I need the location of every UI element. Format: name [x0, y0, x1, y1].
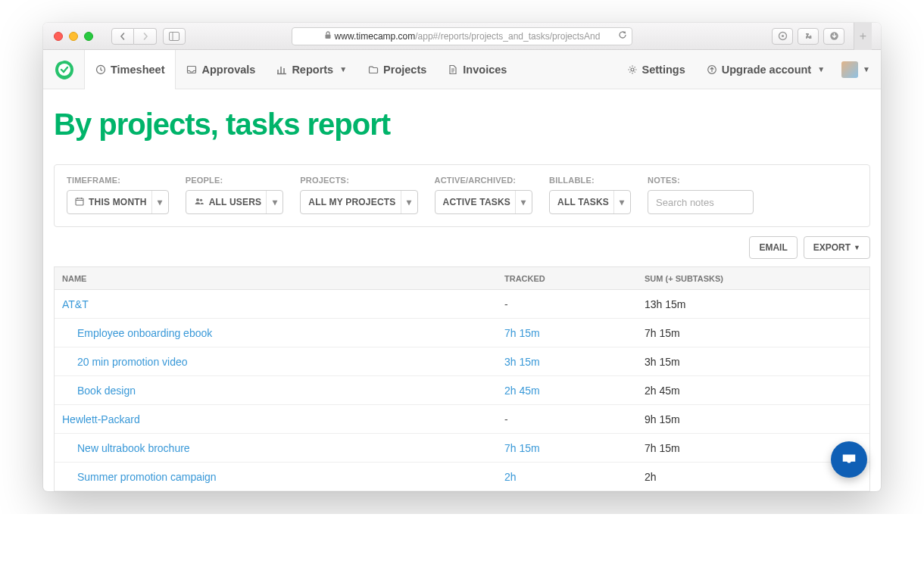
filter-billable: BILLABLE: ALL TASKS ▾ [549, 176, 631, 214]
reload-icon[interactable] [618, 30, 627, 42]
filter-projects-label: PROJECTS: [300, 176, 417, 185]
row-name[interactable]: 20 min promotion video [55, 356, 504, 368]
row-tracked: - [504, 298, 645, 310]
table-row: AT&T-13h 15m [55, 290, 869, 319]
maximize-window-button[interactable] [84, 32, 93, 41]
filter-active-label: ACTIVE/ARCHIVED: [435, 176, 533, 185]
filter-billable-button[interactable]: ALL TASKS ▾ [549, 190, 631, 214]
app-navbar: Timesheet Approvals Reports ▼ Projects I… [43, 50, 881, 89]
row-sum: 7h 15m [645, 327, 869, 339]
filter-projects-value: ALL MY PROJECTS [308, 197, 395, 207]
intercom-button[interactable] [831, 441, 867, 478]
filter-people-label: PEOPLE: [186, 176, 284, 185]
user-avatar[interactable] [841, 61, 858, 78]
row-tracked[interactable]: 7h 15m [504, 442, 645, 454]
filter-bar: TIMEFRAME: THIS MONTH ▾ PEOPLE: ALL USER… [54, 164, 870, 227]
row-name[interactable]: Employee onboarding ebook [55, 327, 504, 339]
nav-invoices-label: Invoices [463, 64, 507, 76]
new-tab-button[interactable]: + [854, 23, 872, 50]
browser-chrome: www.timecamp.com /app#/reports/projects_… [43, 23, 881, 50]
bar-chart-icon [276, 64, 287, 75]
col-header-sum[interactable]: SUM (+ SUBTASKS) [645, 274, 869, 283]
caret-down-icon: ▼ [863, 65, 870, 73]
table-row: New ultrabook brochure7h 15m7h 15m [55, 434, 869, 463]
puzzle-icon[interactable] [798, 28, 819, 45]
caret-down-icon: ▾ [151, 191, 168, 213]
table-body: AT&T-13h 15mEmployee onboarding ebook7h … [55, 290, 869, 491]
nav-timesheet-label: Timesheet [111, 64, 164, 76]
nav-projects[interactable]: Projects [357, 50, 437, 89]
email-button-label: EMAIL [759, 242, 787, 253]
nav-buttons [111, 28, 157, 45]
table-row: Book design2h 45m2h 45m [55, 376, 869, 405]
svg-rect-10 [76, 198, 83, 205]
row-name[interactable]: New ultrabook brochure [55, 442, 504, 454]
filter-active-button[interactable]: ACTIVE TASKS ▾ [435, 190, 533, 214]
lock-icon [324, 31, 332, 42]
gear-icon [627, 64, 638, 75]
users-icon [194, 197, 204, 208]
caret-down-icon: ▼ [339, 65, 347, 73]
url-bar[interactable]: www.timecamp.com /app#/reports/projects_… [292, 27, 632, 45]
row-name[interactable]: Hewlett-Packard [55, 413, 504, 425]
row-sum: 3h 15m [645, 356, 869, 368]
adblock-icon[interactable] [772, 28, 793, 45]
nav-approvals-label: Approvals [201, 64, 255, 76]
filter-billable-value: ALL TASKS [557, 197, 609, 207]
export-button[interactable]: EXPORT ▼ [804, 236, 870, 259]
caret-down-icon: ▾ [266, 191, 283, 213]
upgrade-icon [707, 64, 717, 75]
col-header-tracked[interactable]: TRACKED [504, 274, 645, 283]
inbox-icon [186, 64, 197, 75]
forward-button[interactable] [134, 28, 157, 45]
minimize-window-button[interactable] [69, 32, 78, 41]
nav-upgrade[interactable]: Upgrade account ▼ [696, 50, 835, 89]
row-sum: 13h 15m [645, 298, 869, 310]
clock-icon [95, 64, 106, 75]
filter-projects-button[interactable]: ALL MY PROJECTS ▾ [300, 190, 417, 214]
nav-settings-label: Settings [642, 64, 685, 76]
svg-point-4 [781, 35, 783, 37]
nav-reports[interactable]: Reports ▼ [266, 50, 357, 89]
row-name[interactable]: Summer promotion campaign [55, 471, 504, 483]
filter-timeframe-button[interactable]: THIS MONTH ▾ [67, 190, 169, 214]
timecamp-logo[interactable] [54, 59, 75, 80]
sidebar-toggle-button[interactable] [163, 28, 186, 45]
row-name[interactable]: Book design [55, 385, 504, 397]
row-tracked[interactable]: 2h 45m [504, 385, 645, 397]
caret-down-icon: ▾ [401, 191, 417, 213]
url-domain: www.timecamp.com [335, 31, 416, 42]
nav-timesheet[interactable]: Timesheet [84, 50, 176, 89]
window-controls [43, 32, 93, 41]
file-icon [448, 64, 458, 75]
col-header-name[interactable]: NAME [55, 274, 504, 283]
filter-active-value: ACTIVE TASKS [443, 197, 511, 207]
page-content: By projects, tasks report TIMEFRAME: THI… [43, 89, 881, 491]
table-row: 20 min promotion video3h 15m3h 15m [55, 347, 869, 376]
download-icon[interactable] [823, 28, 844, 45]
nav-invoices[interactable]: Invoices [437, 50, 517, 89]
page-title: By projects, tasks report [54, 107, 870, 142]
svg-point-8 [631, 68, 634, 71]
export-button-label: EXPORT [813, 242, 851, 253]
row-name[interactable]: AT&T [55, 298, 504, 310]
table-row: Summer promotion campaign2h2h [55, 463, 869, 491]
row-tracked: - [504, 413, 645, 425]
filter-people-button[interactable]: ALL USERS ▾ [186, 190, 284, 214]
row-sum: 2h 45m [645, 385, 869, 397]
back-button[interactable] [111, 28, 134, 45]
filter-timeframe-label: TIMEFRAME: [67, 176, 169, 185]
nav-settings[interactable]: Settings [617, 50, 696, 89]
filter-people: PEOPLE: ALL USERS ▾ [186, 176, 284, 214]
row-tracked[interactable]: 7h 15m [504, 327, 645, 339]
email-button[interactable]: EMAIL [749, 236, 797, 259]
browser-window: www.timecamp.com /app#/reports/projects_… [43, 23, 881, 491]
row-tracked[interactable]: 3h 15m [504, 356, 645, 368]
notes-search-input[interactable] [648, 190, 754, 214]
svg-rect-2 [325, 34, 330, 39]
caret-down-icon: ▾ [613, 191, 630, 213]
close-window-button[interactable] [54, 32, 63, 41]
caret-down-icon: ▼ [854, 244, 860, 251]
nav-approvals[interactable]: Approvals [176, 50, 266, 89]
row-tracked[interactable]: 2h [504, 471, 645, 483]
